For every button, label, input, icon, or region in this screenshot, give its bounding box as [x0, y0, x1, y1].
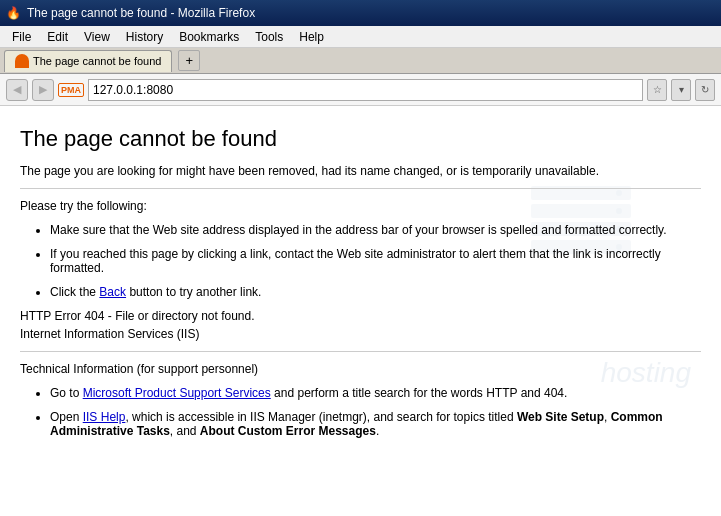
menu-tools[interactable]: Tools [247, 28, 291, 46]
pma-tab-icon [15, 54, 29, 68]
tech-step-2: Open IIS Help, which is accessible in II… [50, 410, 701, 438]
tech-section: Technical Information (for support perso… [20, 362, 701, 438]
iis-line: Internet Information Services (IIS) [20, 327, 701, 341]
divider-1 [20, 188, 701, 189]
error-code: HTTP Error 404 - File or directory not f… [20, 309, 701, 323]
refresh-button[interactable]: ↻ [695, 79, 715, 101]
tab-label: The page cannot be found [33, 55, 161, 67]
new-tab-button[interactable]: + [178, 50, 200, 71]
ms-support-link[interactable]: Microsoft Product Support Services [83, 386, 271, 400]
pma-badge: PMA [58, 83, 84, 97]
page-content: hosting The page cannot be found The pag… [0, 106, 721, 468]
title-bar: 🔥 The page cannot be found - Mozilla Fir… [0, 0, 721, 26]
back-button[interactable]: ◀ [6, 79, 28, 101]
forward-button[interactable]: ▶ [32, 79, 54, 101]
browser-icon: 🔥 [6, 6, 21, 20]
error-title: The page cannot be found [20, 126, 701, 152]
menu-file[interactable]: File [4, 28, 39, 46]
address-bar: ◀ ▶ PMA ☆ ▾ ↻ [0, 74, 721, 106]
please-label: Please try the following: [20, 199, 701, 213]
step-1: Make sure that the Web site address disp… [50, 223, 701, 237]
tech-label: Technical Information (for support perso… [20, 362, 701, 376]
step-2: If you reached this page by clicking a l… [50, 247, 701, 275]
menu-bookmarks[interactable]: Bookmarks [171, 28, 247, 46]
bookmark-button[interactable]: ☆ [647, 79, 667, 101]
dropdown-button[interactable]: ▾ [671, 79, 691, 101]
menu-help[interactable]: Help [291, 28, 332, 46]
back-link[interactable]: Back [99, 285, 126, 299]
tech-steps-list: Go to Microsoft Product Support Services… [50, 386, 701, 438]
menu-bar: File Edit View History Bookmarks Tools H… [0, 26, 721, 48]
menu-view[interactable]: View [76, 28, 118, 46]
step-3: Click the Back button to try another lin… [50, 285, 701, 299]
divider-2 [20, 351, 701, 352]
iis-help-link[interactable]: IIS Help [83, 410, 126, 424]
url-input[interactable] [88, 79, 643, 101]
steps-list: Make sure that the Web site address disp… [50, 223, 701, 299]
intro-text: The page you are looking for might have … [20, 164, 701, 178]
tech-step-1: Go to Microsoft Product Support Services… [50, 386, 701, 400]
title-bar-text: The page cannot be found - Mozilla Firef… [27, 6, 255, 20]
menu-edit[interactable]: Edit [39, 28, 76, 46]
menu-history[interactable]: History [118, 28, 171, 46]
active-tab[interactable]: The page cannot be found [4, 50, 172, 72]
tab-bar: The page cannot be found + [0, 48, 721, 74]
